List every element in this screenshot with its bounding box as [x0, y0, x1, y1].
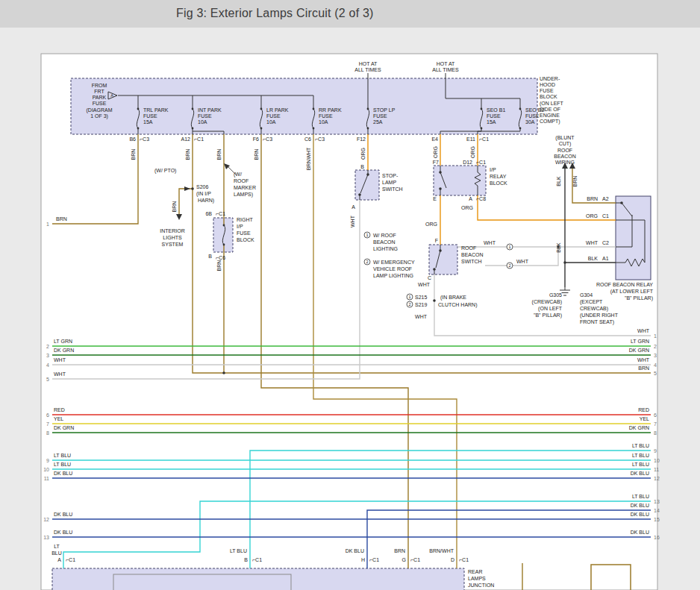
diagram-label: DK BLU: [631, 530, 649, 535]
right-ip-fuse-block: [213, 218, 233, 252]
diagram-label: BRN: [638, 365, 649, 371]
diagram-label: UNDER-: [540, 76, 560, 81]
diagram-label: (IN I/P: [196, 191, 211, 197]
diagram-label: "B" PILLAR): [534, 313, 562, 318]
diagram-label: FUSE: [540, 88, 554, 93]
diagram-label: LAMP LIGHTING: [373, 273, 413, 278]
junction-dot: [620, 201, 623, 204]
diagram-label: 10A: [266, 119, 276, 125]
diagram-label: BEACON: [554, 154, 576, 159]
option-circle-number: 1: [508, 245, 510, 249]
option-circle-number: 1: [366, 233, 368, 237]
diagram-label: (UNDER RIGHT: [580, 313, 619, 318]
diagram-label: 6: [654, 412, 657, 418]
diagram-label: RIGHT: [237, 217, 254, 222]
diagram-label: LT BLU: [632, 462, 649, 467]
diagram-label: CLUTCH HARN): [438, 302, 478, 308]
diagram-label: RELAY: [490, 174, 507, 179]
diagram-label: BRN: [172, 201, 177, 213]
diagram-label: DK BLU: [631, 503, 649, 508]
diagram-label: A2: [602, 196, 609, 201]
diagram-label: 5: [46, 377, 49, 382]
diagram-label: (DIAGRAM: [87, 107, 113, 113]
diagram-label: 15A: [143, 119, 153, 125]
diagram-label: (BLUNT: [555, 135, 575, 141]
diagram-label: TRL PARK: [143, 107, 169, 113]
diagram-label: (W/: [234, 172, 242, 178]
diagram-label: G305: [549, 292, 562, 298]
diagram-label: A: [351, 204, 355, 210]
junction-dot: [222, 371, 225, 374]
diagram-label: 12: [43, 517, 49, 522]
diagram-label: 8: [46, 430, 49, 436]
diagram-label: 30A: [525, 119, 535, 125]
diagram-label: ⌐C6: [216, 255, 225, 260]
diagram-label: C6: [304, 136, 311, 142]
diagram-label: ⌐C1: [252, 557, 262, 562]
diagram-label: LR PARK: [266, 107, 289, 113]
junction-dot: [563, 261, 566, 264]
diagram-label: WHT: [418, 282, 431, 287]
diagram-label: DK BLU: [631, 471, 649, 476]
diagram-label: ⌐C1: [479, 136, 489, 142]
diagram-label: BEACON: [461, 252, 484, 257]
fuse-terminal: [367, 128, 369, 130]
fuse-terminal: [223, 244, 225, 246]
diagram-label: 7: [654, 421, 657, 427]
diagram-label: COMPT): [540, 119, 560, 125]
diagram-label: ⌐C1: [459, 557, 469, 562]
diagram-label: (W/ PTO): [154, 168, 176, 174]
diagram-label: D: [451, 557, 454, 562]
diagram-label: DK BLU: [54, 530, 72, 535]
diagram-label: REAR: [468, 569, 482, 574]
diagram-label: C2: [602, 240, 609, 245]
diagram-label: BLK: [556, 176, 561, 186]
roof-beacon-relay: [616, 196, 651, 280]
diagram-label: FUSE: [319, 113, 333, 119]
diagram-label: LAMP: [382, 180, 396, 185]
junction-dot: [439, 187, 442, 190]
diagram-label: S219: [415, 302, 427, 307]
diagram-label: 6B: [205, 211, 212, 216]
diagram-label: 12: [654, 476, 660, 481]
diagram-label: DK BLU: [631, 512, 649, 517]
diagram-label: MARKER: [234, 185, 256, 190]
fuse-terminal: [519, 128, 522, 130]
diagram-label: I/P: [490, 167, 496, 172]
diagram-label: 13: [43, 535, 49, 540]
diagram-label: WHT: [350, 215, 355, 227]
diagram-label: BRN: [216, 149, 222, 160]
diagram-label: A: [110, 93, 113, 98]
diagram-label: ⌐C8: [476, 196, 486, 201]
diagram-label: RR PARK: [319, 107, 342, 113]
diagram-label: BRN: [185, 149, 190, 160]
diagram-label: C: [428, 275, 431, 280]
wiring-diagram: 121212HOT ATALL TIMESHOT ATALL TIMESUNDE…: [0, 0, 700, 590]
diagram-label: 8: [654, 430, 657, 436]
diagram-label: BRNWHT: [306, 147, 311, 170]
diagram-label: F12: [357, 136, 366, 142]
diagram-label: 1: [654, 333, 657, 339]
diagram-label: ALL TIMES: [432, 67, 459, 72]
diagram-label: (ON LEFT: [540, 101, 564, 107]
diagram-label: WHT: [637, 328, 650, 333]
diagram-label: LT BLU: [632, 494, 649, 499]
diagram-label: BLK: [556, 242, 561, 253]
diagram-label: SEO B2: [525, 107, 544, 113]
diagram-label: 9: [654, 448, 657, 454]
diagram-label: 7: [46, 421, 49, 427]
diagram-label: (EXCEPT: [580, 299, 603, 305]
diagram-label: FUSE: [525, 113, 540, 119]
diagram-label: BEACON: [373, 239, 396, 245]
diagram-label: 3: [46, 353, 49, 358]
diagram-label: DK BLU: [54, 512, 72, 517]
diagram-label: ⌐C1: [216, 211, 225, 216]
diagram-label: 5: [654, 371, 657, 376]
diagram-label: 4: [654, 363, 657, 368]
junction-dot: [433, 299, 436, 302]
diagram-label: SWITCH: [461, 259, 482, 264]
diagram-label: FUSE: [93, 101, 107, 106]
option-circle-number: 1: [408, 295, 410, 299]
diagram-label: HARN): [198, 198, 214, 204]
diagram-label: (IN BRAKE: [440, 295, 466, 301]
